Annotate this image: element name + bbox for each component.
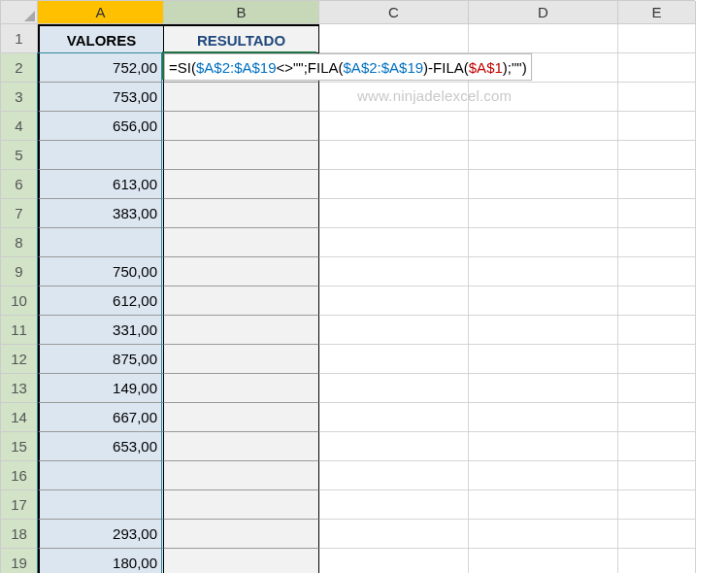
cell-E5[interactable] xyxy=(618,141,696,170)
row-header-17[interactable]: 17 xyxy=(1,490,38,520)
cell-A15[interactable]: 653,00 xyxy=(38,432,164,461)
cell-C10[interactable] xyxy=(319,286,469,316)
cell-B16[interactable] xyxy=(164,461,319,490)
cell-A4[interactable]: 656,00 xyxy=(38,112,164,141)
cell-D8[interactable] xyxy=(469,228,618,257)
cell-C11[interactable] xyxy=(319,316,469,345)
cell-A2[interactable]: 752,00 xyxy=(38,53,164,83)
row-header-1[interactable]: 1 xyxy=(1,24,38,53)
cell-D5[interactable] xyxy=(469,141,618,170)
cell-E6[interactable] xyxy=(618,170,696,199)
cell-D11[interactable] xyxy=(469,316,618,345)
cell-E18[interactable] xyxy=(618,520,696,549)
cell-C13[interactable] xyxy=(319,374,469,403)
cell-A9[interactable]: 750,00 xyxy=(38,257,164,286)
cell-A6[interactable]: 613,00 xyxy=(38,170,164,199)
col-header-B[interactable]: B xyxy=(164,1,319,24)
row-header-9[interactable]: 9 xyxy=(1,257,38,286)
cell-A11[interactable]: 331,00 xyxy=(38,316,164,345)
cell-B12[interactable] xyxy=(164,345,319,374)
cell-C7[interactable] xyxy=(319,199,469,228)
cell-D1[interactable] xyxy=(469,24,618,53)
cell-A10[interactable]: 612,00 xyxy=(38,286,164,316)
row-header-7[interactable]: 7 xyxy=(1,199,38,228)
cell-E15[interactable] xyxy=(618,432,696,461)
cell-C3[interactable] xyxy=(319,83,469,112)
cell-C5[interactable] xyxy=(319,141,469,170)
row-header-4[interactable]: 4 xyxy=(1,112,38,141)
row-header-19[interactable]: 19 xyxy=(1,549,38,573)
cell-B7[interactable] xyxy=(164,199,319,228)
grid[interactable]: ABCDE1VALORESRESULTADO2752,003753,004656… xyxy=(0,0,695,573)
cell-A18[interactable]: 293,00 xyxy=(38,520,164,549)
row-header-8[interactable]: 8 xyxy=(1,228,38,257)
cell-B13[interactable] xyxy=(164,374,319,403)
cell-E1[interactable] xyxy=(618,24,696,53)
cell-C1[interactable] xyxy=(319,24,469,53)
cell-B1[interactable]: RESULTADO xyxy=(164,24,319,53)
row-header-18[interactable]: 18 xyxy=(1,520,38,549)
cell-D6[interactable] xyxy=(469,170,618,199)
cell-B18[interactable] xyxy=(164,520,319,549)
cell-E14[interactable] xyxy=(618,403,696,432)
cell-D4[interactable] xyxy=(469,112,618,141)
col-header-D[interactable]: D xyxy=(469,1,618,24)
cell-C19[interactable] xyxy=(319,549,469,573)
row-header-6[interactable]: 6 xyxy=(1,170,38,199)
formula-in-cell[interactable]: =SI($A$2:$A$19<>"";FILA($A$2:$A$19)-FILA… xyxy=(164,53,532,81)
cell-D16[interactable] xyxy=(469,461,618,490)
row-header-12[interactable]: 12 xyxy=(1,345,38,374)
cell-B5[interactable] xyxy=(164,141,319,170)
cell-E7[interactable] xyxy=(618,199,696,228)
cell-B11[interactable] xyxy=(164,316,319,345)
col-header-C[interactable]: C xyxy=(319,1,469,24)
cell-C9[interactable] xyxy=(319,257,469,286)
cell-D9[interactable] xyxy=(469,257,618,286)
cell-B3[interactable] xyxy=(164,83,319,112)
cell-E8[interactable] xyxy=(618,228,696,257)
cell-D10[interactable] xyxy=(469,286,618,316)
cell-B15[interactable] xyxy=(164,432,319,461)
cell-E2[interactable] xyxy=(618,53,696,83)
row-header-2[interactable]: 2 xyxy=(1,53,38,83)
cell-E3[interactable] xyxy=(618,83,696,112)
row-header-14[interactable]: 14 xyxy=(1,403,38,432)
cell-C16[interactable] xyxy=(319,461,469,490)
cell-D13[interactable] xyxy=(469,374,618,403)
cell-D14[interactable] xyxy=(469,403,618,432)
cell-B19[interactable] xyxy=(164,549,319,573)
row-header-3[interactable]: 3 xyxy=(1,83,38,112)
cell-D3[interactable] xyxy=(469,83,618,112)
row-header-10[interactable]: 10 xyxy=(1,286,38,316)
cell-E16[interactable] xyxy=(618,461,696,490)
cell-E4[interactable] xyxy=(618,112,696,141)
cell-B17[interactable] xyxy=(164,490,319,520)
cell-A8[interactable] xyxy=(38,228,164,257)
cell-B8[interactable] xyxy=(164,228,319,257)
cell-E19[interactable] xyxy=(618,549,696,573)
cell-C18[interactable] xyxy=(319,520,469,549)
cell-B4[interactable] xyxy=(164,112,319,141)
cell-A14[interactable]: 667,00 xyxy=(38,403,164,432)
cell-E12[interactable] xyxy=(618,345,696,374)
cell-E10[interactable] xyxy=(618,286,696,316)
cell-C4[interactable] xyxy=(319,112,469,141)
cell-A13[interactable]: 149,00 xyxy=(38,374,164,403)
cell-D18[interactable] xyxy=(469,520,618,549)
row-header-15[interactable]: 15 xyxy=(1,432,38,461)
cell-D17[interactable] xyxy=(469,490,618,520)
cell-B9[interactable] xyxy=(164,257,319,286)
cell-E9[interactable] xyxy=(618,257,696,286)
cell-D12[interactable] xyxy=(469,345,618,374)
cell-B14[interactable] xyxy=(164,403,319,432)
cell-C8[interactable] xyxy=(319,228,469,257)
row-header-5[interactable]: 5 xyxy=(1,141,38,170)
select-all-corner[interactable] xyxy=(1,1,38,24)
cell-A5[interactable] xyxy=(38,141,164,170)
cell-C17[interactable] xyxy=(319,490,469,520)
cell-A12[interactable]: 875,00 xyxy=(38,345,164,374)
cell-B6[interactable] xyxy=(164,170,319,199)
cell-A1[interactable]: VALORES xyxy=(38,24,164,53)
row-header-11[interactable]: 11 xyxy=(1,316,38,345)
cell-D19[interactable] xyxy=(469,549,618,573)
